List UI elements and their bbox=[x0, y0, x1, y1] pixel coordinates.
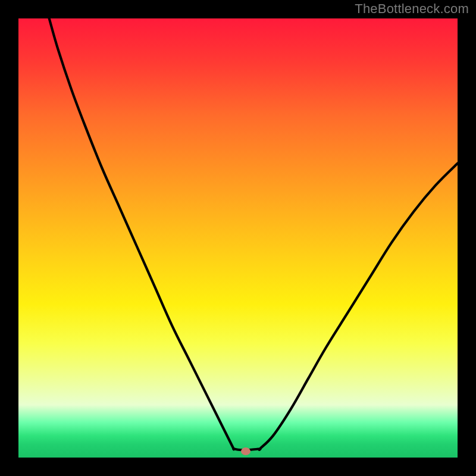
watermark-text: TheBottleneck.com bbox=[355, 1, 469, 17]
bottleneck-curve bbox=[18, 18, 458, 458]
curve-path bbox=[49, 18, 458, 450]
chart-frame: TheBottleneck.com bbox=[0, 0, 476, 476]
